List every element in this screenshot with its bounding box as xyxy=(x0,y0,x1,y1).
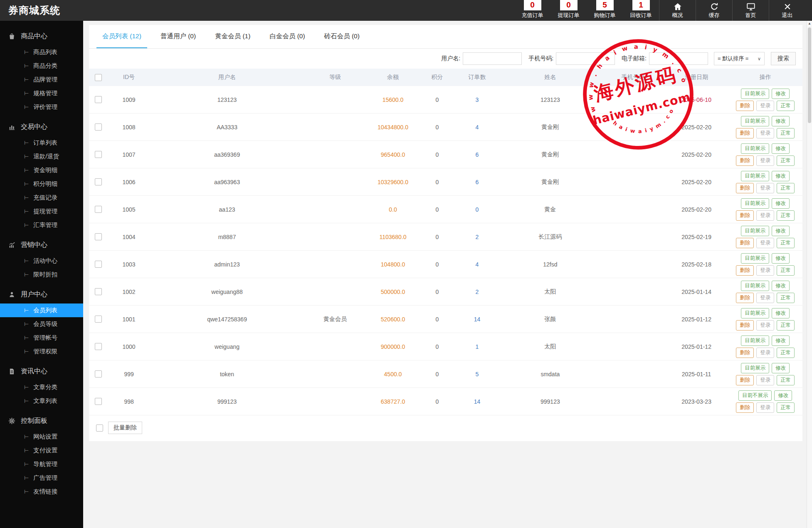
sidebar-section-user-center[interactable]: 用户中心 xyxy=(0,286,83,303)
show-button[interactable]: 目前展示 xyxy=(741,281,769,291)
edit-button[interactable]: 修改 xyxy=(772,89,790,99)
show-button[interactable]: 目前不展示 xyxy=(738,390,772,401)
badge-recharge-orders[interactable]: 0充值订单 xyxy=(514,0,550,21)
topnav-logout[interactable]: 退出 xyxy=(769,0,805,21)
show-button[interactable]: 目前展示 xyxy=(741,171,769,181)
sidebar-item-withdraw-management[interactable]: ⊢提现管理 xyxy=(0,205,83,218)
edit-button[interactable]: 修改 xyxy=(772,171,790,181)
sidebar-item-refund-return[interactable]: ⊢退款/退货 xyxy=(0,150,83,163)
tab-member-list[interactable]: 会员列表 (12) xyxy=(96,25,147,48)
row-checkbox[interactable] xyxy=(95,178,102,185)
delete-button[interactable]: 删除 xyxy=(736,402,754,413)
status-button[interactable]: 正常 xyxy=(777,320,795,331)
sidebar-section-goods-center[interactable]: 商品中心 xyxy=(0,27,83,45)
orders-link[interactable]: 4 xyxy=(476,261,479,268)
show-button[interactable]: 目前展示 xyxy=(741,253,769,264)
orders-link[interactable]: 6 xyxy=(476,179,479,185)
login-button[interactable]: 登录 xyxy=(756,293,774,303)
delete-button[interactable]: 删除 xyxy=(736,320,754,331)
row-checkbox[interactable] xyxy=(95,96,102,103)
status-button[interactable]: 正常 xyxy=(777,155,795,166)
orders-link[interactable]: 2 xyxy=(476,289,479,295)
tab-normal-user[interactable]: 普通用户 (0) xyxy=(155,25,202,48)
row-checkbox[interactable] xyxy=(95,261,102,268)
edit-button[interactable]: 修改 xyxy=(772,143,790,154)
orders-link[interactable]: 1 xyxy=(476,343,479,350)
topnav-homepage[interactable]: 首页 xyxy=(732,0,769,21)
orders-link[interactable]: 14 xyxy=(474,398,481,405)
sidebar-section-news-center[interactable]: 资讯中心 xyxy=(0,363,83,380)
sidebar-item-activity-center[interactable]: ⊢活动中心 xyxy=(0,254,83,268)
sidebar-item-ad-management[interactable]: ⊢广告管理 xyxy=(0,471,83,485)
edit-button[interactable]: 修改 xyxy=(772,336,790,346)
badge-shopping-orders[interactable]: 5购物订单 xyxy=(587,0,623,21)
orders-link[interactable]: 14 xyxy=(474,316,481,323)
delete-button[interactable]: 删除 xyxy=(736,210,754,221)
delete-button[interactable]: 删除 xyxy=(736,293,754,303)
sidebar-item-spec-management[interactable]: ⊢规格管理 xyxy=(0,86,83,100)
sidebar-item-article-list[interactable]: ⊢文章列表 xyxy=(0,394,83,408)
login-button[interactable]: 登录 xyxy=(756,128,774,138)
status-button[interactable]: 正常 xyxy=(777,238,795,248)
sidebar-item-site-settings[interactable]: ⊢网站设置 xyxy=(0,430,83,444)
sidebar-item-review-management[interactable]: ⊢评价管理 xyxy=(0,100,83,114)
login-button[interactable]: 登录 xyxy=(756,238,774,248)
show-button[interactable]: 目前展示 xyxy=(741,198,769,209)
search-button[interactable]: 搜索 xyxy=(771,52,796,65)
login-button[interactable]: 登录 xyxy=(756,348,774,358)
sidebar-item-exchange-rate-management[interactable]: ⊢汇率管理 xyxy=(0,218,83,232)
sidebar-item-admin-accounts[interactable]: ⊢管理帐号 xyxy=(0,331,83,345)
sidebar-item-article-category[interactable]: ⊢文章分类 xyxy=(0,380,83,394)
edit-button[interactable]: 修改 xyxy=(772,281,790,291)
topnav-cache[interactable]: 缓存 xyxy=(696,0,732,21)
login-button[interactable]: 登录 xyxy=(756,101,774,111)
login-button[interactable]: 登录 xyxy=(756,155,774,166)
sidebar-item-fund-details[interactable]: ⊢资金明细 xyxy=(0,163,83,177)
status-button[interactable]: 正常 xyxy=(777,402,795,413)
sidebar-section-control-panel[interactable]: 控制面板 xyxy=(0,412,83,430)
sidebar-item-payment-settings[interactable]: ⊢支付设置 xyxy=(0,444,83,457)
orders-link[interactable]: 6 xyxy=(476,151,479,158)
login-button[interactable]: 登录 xyxy=(756,320,774,331)
sidebar-item-goods-category[interactable]: ⊢商品分类 xyxy=(0,59,83,73)
tab-platinum-member[interactable]: 白金会员 (0) xyxy=(264,25,311,48)
row-checkbox[interactable] xyxy=(95,151,102,158)
topnav-overview[interactable]: 概况 xyxy=(659,0,696,21)
show-button[interactable]: 目前展示 xyxy=(741,336,769,346)
row-checkbox[interactable] xyxy=(95,123,102,131)
edit-button[interactable]: 修改 xyxy=(772,253,790,264)
status-button[interactable]: 正常 xyxy=(777,210,795,221)
edit-button[interactable]: 修改 xyxy=(772,226,790,236)
sidebar-item-friend-links[interactable]: ⊢友情链接 xyxy=(0,485,83,498)
show-button[interactable]: 目前展示 xyxy=(741,89,769,99)
delete-button[interactable]: 删除 xyxy=(736,128,754,138)
status-button[interactable]: 正常 xyxy=(777,101,795,111)
sidebar-item-member-level[interactable]: ⊢会员等级 xyxy=(0,317,83,331)
edit-button[interactable]: 修改 xyxy=(772,198,790,209)
row-checkbox[interactable] xyxy=(95,370,102,377)
batch-delete-button[interactable]: 批量删除 xyxy=(108,422,142,434)
orders-link[interactable]: 0 xyxy=(476,206,479,213)
scrollbar-up-arrow[interactable]: ▲ xyxy=(807,21,812,27)
status-button[interactable]: 正常 xyxy=(777,375,795,385)
sidebar-item-limited-discount[interactable]: ⊢限时折扣 xyxy=(0,268,83,281)
sidebar-item-goods-list[interactable]: ⊢商品列表 xyxy=(0,45,83,59)
edit-button[interactable]: 修改 xyxy=(772,363,790,373)
row-checkbox[interactable] xyxy=(95,343,102,350)
badge-withdraw-orders[interactable]: 0提现订单 xyxy=(550,0,587,21)
scrollbar-thumb[interactable] xyxy=(808,27,811,123)
sidebar-section-marketing-center[interactable]: 营销中心 xyxy=(0,236,83,254)
sidebar-item-order-list[interactable]: ⊢订单列表 xyxy=(0,136,83,150)
tab-diamond-member[interactable]: 砖石会员 (0) xyxy=(318,25,365,48)
login-button[interactable]: 登录 xyxy=(756,210,774,221)
show-button[interactable]: 目前展示 xyxy=(741,116,769,126)
delete-button[interactable]: 删除 xyxy=(736,155,754,166)
delete-button[interactable]: 删除 xyxy=(736,348,754,358)
status-button[interactable]: 正常 xyxy=(777,293,795,303)
status-button[interactable]: 正常 xyxy=(777,128,795,138)
edit-button[interactable]: 修改 xyxy=(772,308,790,318)
sidebar-item-member-list[interactable]: ⊢会员列表 xyxy=(0,303,83,317)
login-button[interactable]: 登录 xyxy=(756,265,774,276)
sidebar-item-recharge-records[interactable]: ⊢充值记录 xyxy=(0,191,83,205)
username-input[interactable] xyxy=(463,52,522,65)
